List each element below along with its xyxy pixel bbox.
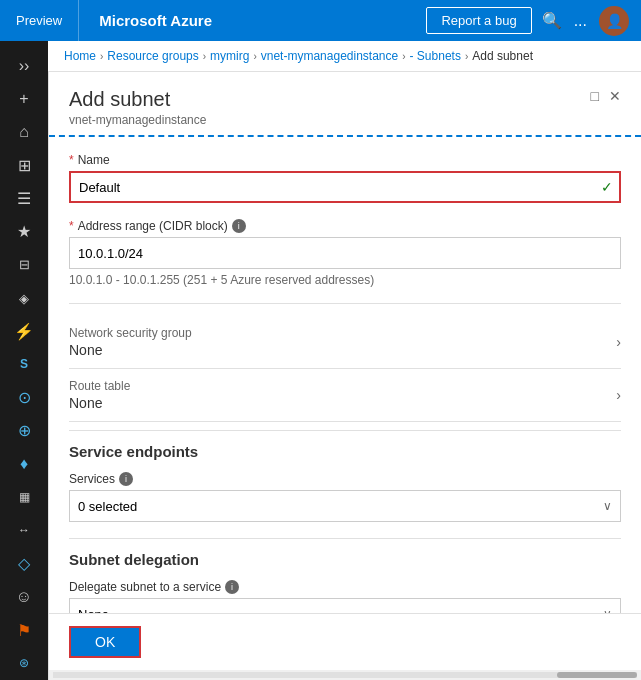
- panel-title-text: Add subnet: [69, 88, 206, 111]
- diamond-icon: ◇: [18, 554, 30, 573]
- expand-icon2: ›: [24, 57, 29, 75]
- breadcrumb-add-subnet: Add subnet: [472, 49, 533, 63]
- breadcrumb-home[interactable]: Home: [64, 49, 96, 63]
- delegate-dropdown[interactable]: None ∨: [69, 598, 621, 613]
- plus-icon: +: [19, 90, 28, 108]
- services-label-text: Services: [69, 472, 115, 486]
- star-icon: ★: [17, 222, 31, 241]
- sidebar-item-expand[interactable]: › ›: [0, 49, 48, 82]
- panel-title-row: Add subnet vnet-mymanagedinstance □ ✕: [69, 88, 621, 127]
- scrollbar-area[interactable]: [49, 670, 641, 680]
- breadcrumb-vnet[interactable]: vnet-mymanagedinstance: [261, 49, 398, 63]
- address-info-icon[interactable]: i: [232, 219, 246, 233]
- sidebar-item-peering[interactable]: ↔: [0, 514, 48, 547]
- resource-groups-icon: ⊟: [19, 257, 30, 272]
- sidebar-item-cosmos[interactable]: ⊙: [0, 381, 48, 414]
- name-label-text: Name: [78, 153, 110, 167]
- route-table-label: Route table: [69, 379, 130, 393]
- panel-header: Add subnet vnet-mymanagedinstance □ ✕: [49, 72, 641, 137]
- divider-1: [69, 303, 621, 304]
- address-label-text: Address range (CIDR block): [78, 219, 228, 233]
- breadcrumb-resource-groups[interactable]: Resource groups: [107, 49, 198, 63]
- name-input-wrapper: ✓: [69, 171, 621, 203]
- services-info-icon[interactable]: i: [119, 472, 133, 486]
- address-label: * Address range (CIDR block) i: [69, 219, 621, 233]
- divider-2: [69, 430, 621, 431]
- services-label-row: Services i: [69, 472, 621, 486]
- sidebar-item-all-services[interactable]: ☰: [0, 182, 48, 215]
- route-table-info: Route table None: [69, 379, 130, 411]
- subnet-delegation-heading: Subnet delegation: [69, 551, 621, 568]
- resize-icon[interactable]: □: [591, 88, 599, 104]
- preview-tab[interactable]: Preview: [0, 0, 79, 41]
- name-input[interactable]: [69, 171, 621, 203]
- services-chevron-icon: ∨: [603, 499, 612, 513]
- panel-footer: OK: [49, 613, 641, 670]
- report-bug-button[interactable]: Report a bug: [426, 7, 531, 34]
- sidebar-item-lightning[interactable]: ⚡: [0, 315, 48, 348]
- route-table-row[interactable]: Route table None ›: [69, 369, 621, 422]
- main-layout: › › + ⌂ ⊞ ☰ ★ ⊟ ◈ ⚡ S ⊙: [0, 41, 641, 680]
- app-title: Microsoft Azure: [79, 12, 426, 29]
- delegate-info-icon[interactable]: i: [225, 580, 239, 594]
- breadcrumb-sep-2: ›: [203, 51, 206, 62]
- breadcrumb-mymirg[interactable]: mymirg: [210, 49, 249, 63]
- sidebar-item-vnets[interactable]: ◈: [0, 281, 48, 314]
- home-icon: ⌂: [19, 123, 29, 141]
- breadcrumb: Home › Resource groups › mymirg › vnet-m…: [48, 41, 641, 72]
- search-icon[interactable]: 🔍: [542, 11, 562, 30]
- service-endpoints-section: Service endpoints Services i 0 selected …: [69, 443, 621, 522]
- close-icon[interactable]: ✕: [609, 88, 621, 104]
- cosmos-icon: ⊙: [18, 388, 31, 407]
- more-icon[interactable]: ...: [574, 12, 587, 30]
- service-endpoints-heading: Service endpoints: [69, 443, 621, 460]
- kubernetes-icon: ♦: [20, 455, 28, 473]
- sidebar-item-flags[interactable]: ⚑: [0, 613, 48, 646]
- sidebar-item-sql[interactable]: S: [0, 348, 48, 381]
- breadcrumb-subnets[interactable]: - Subnets: [410, 49, 461, 63]
- top-bar-icons: 🔍 ... 👤: [542, 6, 641, 36]
- route-table-chevron-icon: ›: [616, 387, 621, 403]
- dashboard-icon: ⊞: [18, 156, 31, 175]
- storage-icon: ▦: [19, 490, 30, 504]
- sidebar-item-resource-groups[interactable]: ⊟: [0, 248, 48, 281]
- sidebar-item-diamond[interactable]: ◇: [0, 547, 48, 580]
- sql-icon: S: [20, 357, 28, 371]
- sidebar-item-favorites[interactable]: ★: [0, 215, 48, 248]
- divider-3: [69, 538, 621, 539]
- sidebar-item-monitor[interactable]: ⊕: [0, 414, 48, 447]
- sidebar-item-security[interactable]: ⊛: [0, 647, 48, 680]
- nsg-chevron-icon: ›: [616, 334, 621, 350]
- nsg-row[interactable]: Network security group None ›: [69, 316, 621, 369]
- breadcrumb-sep-1: ›: [100, 51, 103, 62]
- scrollbar-thumb[interactable]: [557, 672, 637, 678]
- panel-subtitle: vnet-mymanagedinstance: [69, 113, 206, 127]
- breadcrumb-sep-4: ›: [402, 51, 405, 62]
- address-input[interactable]: [69, 237, 621, 269]
- breadcrumb-sep-3: ›: [253, 51, 256, 62]
- vnet-icon: ◈: [19, 291, 29, 306]
- panel-body: * Name ✓ * Address range (CIDR block) i: [49, 137, 641, 613]
- scrollbar-track[interactable]: [53, 672, 637, 678]
- avatar-icon: 👤: [606, 13, 623, 29]
- services-dropdown[interactable]: 0 selected ∨: [69, 490, 621, 522]
- delegate-label-text: Delegate subnet to a service: [69, 580, 221, 594]
- name-label: * Name: [69, 153, 621, 167]
- route-table-value: None: [69, 395, 130, 411]
- sidebar-item-storage[interactable]: ▦: [0, 481, 48, 514]
- sidebar-item-dashboard[interactable]: ⊞: [0, 149, 48, 182]
- address-hint: 10.0.1.0 - 10.0.1.255 (251 + 5 Azure res…: [69, 273, 621, 287]
- sidebar: › › + ⌂ ⊞ ☰ ★ ⊟ ◈ ⚡ S ⊙: [0, 41, 48, 680]
- address-range-section: * Address range (CIDR block) i 10.0.1.0 …: [69, 219, 621, 287]
- avatar[interactable]: 👤: [599, 6, 629, 36]
- sidebar-item-create[interactable]: +: [0, 82, 48, 115]
- address-required-star: *: [69, 219, 74, 233]
- sidebar-item-home[interactable]: ⌂: [0, 115, 48, 148]
- flag-icon: ⚑: [17, 621, 31, 640]
- sidebar-item-user[interactable]: ☺: [0, 580, 48, 613]
- breadcrumb-sep-5: ›: [465, 51, 468, 62]
- delegate-label-row: Delegate subnet to a service i: [69, 580, 621, 594]
- ok-button[interactable]: OK: [69, 626, 141, 658]
- name-required-star: *: [69, 153, 74, 167]
- sidebar-item-kubernetes[interactable]: ♦: [0, 447, 48, 480]
